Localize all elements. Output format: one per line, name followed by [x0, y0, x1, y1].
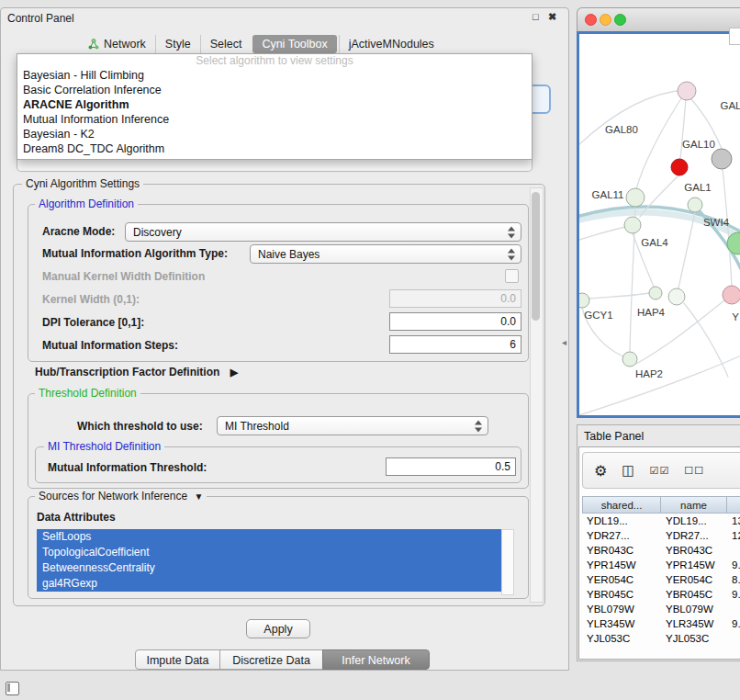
dpi-tolerance-field[interactable] — [389, 312, 521, 331]
network-node-highlighted[interactable] — [671, 159, 688, 175]
mi-threshold-group-title: MI Threshold Definition — [44, 440, 164, 453]
float-window-icon[interactable]: □ — [533, 11, 539, 22]
zoom-traffic-light[interactable] — [614, 14, 626, 26]
dropdown-item[interactable]: Bayesian - K2 — [17, 127, 532, 141]
table-row[interactable]: YBR045C YBR045C 9. — [582, 587, 740, 602]
data-attributes-list: SelfLoops TopologicalCoefficient Between… — [37, 529, 501, 592]
minimized-panel-icon[interactable] — [6, 682, 19, 695]
node-label: GCY1 — [584, 310, 612, 321]
tab-impute-data[interactable]: Impute Data — [135, 649, 220, 670]
apply-button[interactable]: Apply — [246, 619, 310, 638]
cell: YDL19... — [661, 514, 727, 528]
combo-stepper-icon — [508, 248, 516, 260]
mi-steps-field[interactable] — [389, 335, 521, 354]
tab-discretize-data[interactable]: Discretize Data — [219, 649, 323, 670]
dpi-tolerance-label: DPI Tolerance [0,1]: — [42, 316, 144, 329]
table-row[interactable]: YJL053C YJL053C — [582, 631, 740, 646]
dropdown-item[interactable]: Bayesian - Hill Climbing — [17, 68, 532, 83]
network-node[interactable] — [622, 352, 637, 367]
hub-section-toggle[interactable]: Hub/Transcription Factor Definition ▶ — [35, 366, 238, 378]
network-node[interactable] — [723, 286, 740, 304]
list-item-selected[interactable]: SelfLoops — [37, 529, 501, 545]
network-canvas: GAL80 GAL10 GAL11 GAL1 SWI4 GAL4 GCY1 HA… — [579, 34, 740, 415]
list-item-selected[interactable]: TopologicalCoefficient — [37, 545, 501, 560]
network-node[interactable] — [626, 188, 645, 207]
kernel-width-field[interactable] — [389, 289, 521, 308]
column-header-shared-name[interactable]: shared... — [582, 496, 661, 514]
settings-scrollbar-thumb[interactable] — [532, 192, 540, 321]
threshold-definition-title: Threshold Definition — [35, 387, 140, 400]
tab-infer-network[interactable]: Infer Network — [322, 649, 430, 670]
network-node[interactable] — [668, 288, 685, 305]
settings-scrollbar[interactable] — [530, 187, 544, 603]
node-label: GAL — [720, 100, 740, 111]
cell: YER054C — [661, 572, 727, 587]
kernel-width-label: Kernel Width (0,1): — [42, 293, 140, 306]
network-view[interactable]: GAL80 GAL10 GAL11 GAL1 SWI4 GAL4 GCY1 HA… — [577, 31, 740, 418]
deselect-all-icon[interactable]: ☐☐ — [684, 465, 704, 477]
manual-kernel-checkbox[interactable] — [505, 269, 519, 283]
network-node[interactable] — [649, 287, 662, 299]
network-node[interactable] — [624, 217, 641, 233]
tab-cyni-toolbox[interactable]: Cyni Toolbox — [252, 35, 336, 53]
table-row[interactable]: YBL079W YBL079W — [582, 602, 740, 616]
table-row[interactable]: YLR345W YLR345W 9. — [582, 616, 740, 631]
dropdown-placeholder: Select algorithm to view settings — [17, 54, 532, 68]
expand-down-icon: ▼ — [194, 491, 203, 502]
node-label: HAP4 — [637, 307, 666, 318]
list-item-selected[interactable]: BetweennessCentrality — [37, 560, 501, 576]
network-node[interactable] — [579, 293, 589, 308]
mi-threshold-field[interactable] — [386, 457, 516, 476]
tab-jactivemnodules[interactable]: jActiveMNodules — [339, 35, 443, 53]
table-panel-title: Table Panel — [584, 430, 644, 443]
network-node[interactable] — [712, 149, 732, 169]
close-window-icon[interactable]: ✖ — [548, 11, 556, 23]
which-threshold-label: Which threshold to use: — [77, 420, 203, 433]
network-window-titlebar[interactable] — [577, 7, 740, 31]
minimize-traffic-light[interactable] — [600, 14, 611, 26]
close-traffic-light[interactable] — [585, 14, 597, 26]
tab-label: Network — [104, 38, 146, 51]
mi-steps-label: Mutual Information Steps: — [42, 339, 178, 352]
dropdown-item[interactable]: Mutual Information Inference — [17, 112, 532, 127]
aracne-mode-select[interactable]: Discovery — [125, 222, 521, 242]
cyni-algorithm-settings-title: Cyni Algorithm Settings — [22, 177, 143, 190]
table-row[interactable]: YDR27... YDR27... 12 — [582, 528, 740, 543]
tab-network[interactable]: Network — [79, 35, 155, 53]
sources-group-title[interactable]: Sources for Network Inference ▼ — [35, 490, 207, 502]
cell — [727, 602, 740, 616]
control-panel-tabbar: Network Style Select Cyni Toolbox jActiv… — [79, 33, 443, 55]
mi-type-select[interactable]: Naive Bayes — [250, 244, 521, 264]
list-item-selected[interactable]: gal4RGexp — [37, 576, 501, 592]
network-node[interactable] — [678, 82, 696, 100]
mi-type-label: Mutual Information Algorithm Type: — [42, 247, 228, 260]
column-header-name[interactable]: name — [661, 496, 727, 514]
node-label: GAL4 — [641, 237, 668, 248]
table-row[interactable]: YDL19... YDL19... 13 — [582, 514, 740, 528]
list-scrollbar[interactable] — [501, 529, 514, 595]
dropdown-item[interactable]: Basic Correlation Inference — [17, 83, 532, 97]
cell: YBL079W — [661, 602, 727, 616]
tab-select[interactable]: Select — [200, 35, 252, 53]
manual-kernel-label: Manual Kernel Width Definition — [42, 270, 205, 283]
table-row[interactable]: YER054C YER054C 8. — [582, 572, 740, 587]
network-node[interactable] — [688, 198, 702, 212]
dropdown-item[interactable]: Dream8 DC_TDC Algorithm — [17, 141, 532, 156]
table-row[interactable]: YPR145W YPR145W 9. — [582, 558, 740, 572]
which-threshold-select[interactable]: MI Threshold — [217, 416, 488, 435]
algorithm-combobox-bottom-fragment — [17, 158, 533, 172]
cell: YLR345W — [661, 616, 727, 631]
select-all-icon[interactable]: ☑☑ — [650, 465, 670, 477]
table-row[interactable]: YBR043C YBR043C — [582, 543, 740, 558]
gear-icon[interactable]: ⚙ — [594, 462, 607, 480]
aracne-mode-label: Aracne Mode: — [42, 225, 115, 238]
splitter-collapse-icon[interactable]: ◂ — [562, 337, 566, 347]
node-label: GAL10 — [682, 139, 715, 150]
column-header-partial[interactable] — [727, 496, 740, 514]
cell: YDL19... — [582, 514, 661, 528]
node-label: GAL1 — [684, 182, 711, 193]
columns-icon[interactable]: ◫ — [622, 462, 634, 479]
tab-style[interactable]: Style — [155, 35, 200, 53]
dropdown-item-selected[interactable]: ARACNE Algorithm — [17, 97, 532, 112]
node-label: Y — [732, 311, 739, 322]
